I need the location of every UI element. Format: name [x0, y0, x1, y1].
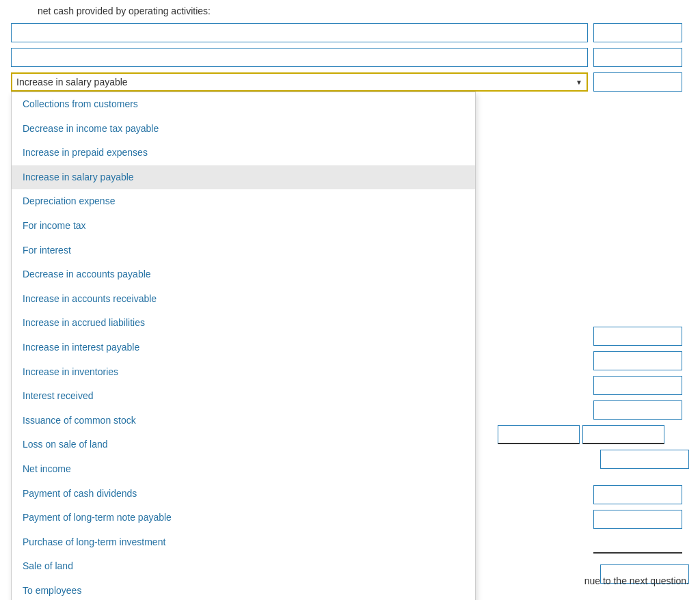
- row-2-input[interactable]: [11, 48, 588, 67]
- dropdown-item-sale-land[interactable]: Sale of land: [12, 554, 475, 579]
- dropdown-item-depreciation[interactable]: Depreciation expense: [12, 189, 475, 214]
- dropdown-item-lt-investment[interactable]: Purchase of long-term investment: [12, 530, 475, 555]
- dropdown-item-inventories[interactable]: Increase in inventories: [12, 360, 475, 385]
- row-12-right-input[interactable]: [593, 534, 682, 554]
- dropdown-selected-value: Increase in salary payable: [16, 77, 128, 87]
- dropdown-item-interest-received[interactable]: Interest received: [12, 384, 475, 409]
- row-4-right-input[interactable]: [593, 327, 682, 346]
- dropdown-item-salary-payable[interactable]: Increase in salary payable: [12, 165, 475, 190]
- dropdown-item-net-income[interactable]: Net income: [12, 457, 475, 482]
- row-8-right-input[interactable]: [582, 425, 664, 444]
- row-3-right-input[interactable]: [593, 72, 682, 92]
- dropdown-item-interest-payable[interactable]: Increase in interest payable: [12, 336, 475, 360]
- row-2: [11, 46, 689, 68]
- dropdown-item-cash-dividends[interactable]: Payment of cash dividends: [12, 482, 475, 506]
- row-5-right-input[interactable]: [593, 351, 682, 370]
- dropdown-item-increase-ar[interactable]: Increase in accounts receivable: [12, 287, 475, 312]
- dropdown-item-common-stock[interactable]: Issuance of common stock: [12, 409, 475, 433]
- header-text: net cash provided by operating activitie…: [0, 0, 700, 19]
- dropdown-item-employees[interactable]: To employees: [12, 579, 475, 600]
- row-1: [11, 22, 689, 44]
- dropdown-item-collections[interactable]: Collections from customers: [12, 92, 475, 117]
- dropdown-item-lt-note[interactable]: Payment of long-term note payable: [12, 506, 475, 530]
- row-9-right-input[interactable]: [600, 450, 689, 469]
- row-11-right-input[interactable]: [593, 510, 682, 529]
- dropdown-item-increase-prepaid[interactable]: Increase in prepaid expenses: [12, 141, 475, 165]
- dropdown-item-income-tax[interactable]: For income tax: [12, 214, 475, 238]
- dropdown-arrow-icon: ▼: [576, 79, 582, 86]
- dropdown-item-loss-land[interactable]: Loss on sale of land: [12, 433, 475, 457]
- dropdown-item-accrued[interactable]: Increase in accrued liabilities: [12, 311, 475, 336]
- row-1-input[interactable]: [11, 23, 588, 42]
- row-6-right-input[interactable]: [593, 376, 682, 395]
- dropdown-item-decrease-ap[interactable]: Decrease in accounts payable: [12, 262, 475, 287]
- row-8-left-input[interactable]: [498, 425, 580, 444]
- row-7-right-input[interactable]: [593, 400, 682, 420]
- footer-right-text: nue to the next question.: [584, 575, 689, 586]
- row-10-right-input[interactable]: [593, 485, 682, 504]
- dropdown-item-interest[interactable]: For interest: [12, 238, 475, 263]
- row-3-dropdown-row: Increase in salary payable ▼ Collections…: [11, 71, 689, 93]
- dropdown-select[interactable]: Increase in salary payable ▼: [11, 72, 588, 92]
- row-1-right-input[interactable]: [593, 23, 682, 42]
- dropdown-menu: Collections from customers Decrease in i…: [11, 92, 476, 600]
- row-2-right-input[interactable]: [593, 48, 682, 67]
- dropdown-item-decrease-tax[interactable]: Decrease in income tax payable: [12, 117, 475, 141]
